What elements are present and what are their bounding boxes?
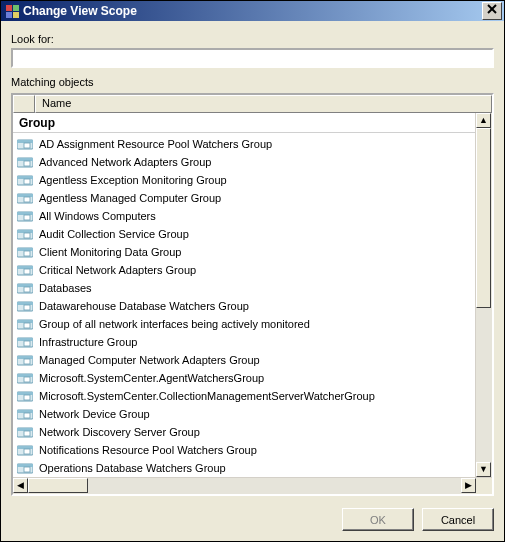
- list-item[interactable]: Critical Network Adapters Group: [13, 261, 475, 279]
- svg-rect-25: [24, 269, 30, 274]
- group-icon: [17, 156, 33, 168]
- svg-rect-15: [17, 212, 33, 215]
- group-icon: [17, 210, 33, 222]
- svg-rect-18: [17, 230, 33, 233]
- list-item[interactable]: Managed Computer Network Adapters Group: [13, 351, 475, 369]
- svg-rect-37: [24, 341, 30, 346]
- svg-rect-40: [24, 359, 30, 364]
- group-icon: [17, 390, 33, 402]
- list-item-label: Critical Network Adapters Group: [39, 264, 196, 276]
- group-icon: [17, 426, 33, 438]
- group-icon: [17, 462, 33, 474]
- svg-rect-42: [17, 374, 33, 377]
- list-item-label: Notifications Resource Pool Watchers Gro…: [39, 444, 257, 456]
- vertical-scrollbar[interactable]: ▲ ▼: [475, 113, 492, 477]
- list-item[interactable]: Agentless Exception Monitoring Group: [13, 171, 475, 189]
- close-button[interactable]: [482, 2, 502, 20]
- scroll-up-button[interactable]: ▲: [476, 113, 491, 128]
- scroll-left-button[interactable]: ◀: [13, 478, 28, 493]
- name-column-header[interactable]: Name: [35, 95, 492, 113]
- scroll-thumb-horizontal[interactable]: [28, 478, 88, 493]
- svg-rect-57: [17, 464, 33, 467]
- look-for-label: Look for:: [11, 33, 494, 45]
- svg-rect-13: [24, 197, 30, 202]
- group-icon: [17, 246, 33, 258]
- list-item[interactable]: All Windows Computers: [13, 207, 475, 225]
- svg-rect-12: [17, 194, 33, 197]
- list-item[interactable]: Group of all network interfaces being ac…: [13, 315, 475, 333]
- list-item[interactable]: AD Assignment Resource Pool Watchers Gro…: [13, 135, 475, 153]
- list-view[interactable]: Name Group AD Assignment Resource Pool W…: [11, 93, 494, 496]
- list-item-label: Agentless Exception Monitoring Group: [39, 174, 227, 186]
- horizontal-scrollbar[interactable]: ◀ ▶: [13, 477, 492, 494]
- svg-rect-39: [17, 356, 33, 359]
- scrollbar-corner: [476, 478, 492, 494]
- list-item[interactable]: Network Device Group: [13, 405, 475, 423]
- list-item-label: Network Discovery Server Group: [39, 426, 200, 438]
- list-item[interactable]: Network Discovery Server Group: [13, 423, 475, 441]
- scroll-down-button[interactable]: ▼: [476, 462, 491, 477]
- matching-objects-label: Matching objects: [11, 76, 494, 88]
- ok-button[interactable]: OK: [342, 508, 414, 531]
- group-icon: [17, 444, 33, 456]
- list-item[interactable]: Agentless Managed Computer Group: [13, 189, 475, 207]
- svg-rect-33: [17, 320, 33, 323]
- list-item-label: Client Monitoring Data Group: [39, 246, 181, 258]
- group-icon: [17, 264, 33, 276]
- list-item[interactable]: Datawarehouse Database Watchers Group: [13, 297, 475, 315]
- svg-rect-21: [17, 248, 33, 251]
- svg-rect-46: [24, 395, 30, 400]
- list-item[interactable]: Microsoft.SystemCenter.AgentWatchersGrou…: [13, 369, 475, 387]
- group-icon: [17, 300, 33, 312]
- svg-rect-31: [24, 305, 30, 310]
- group-icon: [17, 282, 33, 294]
- svg-rect-54: [17, 446, 33, 449]
- list-item-label: Network Device Group: [39, 408, 150, 420]
- svg-rect-30: [17, 302, 33, 305]
- list-item-label: Microsoft.SystemCenter.CollectionManagem…: [39, 390, 375, 402]
- list-item-label: All Windows Computers: [39, 210, 156, 222]
- svg-rect-7: [24, 161, 30, 166]
- icon-column-header[interactable]: [13, 95, 35, 113]
- title-bar[interactable]: Change View Scope: [1, 1, 504, 21]
- svg-rect-9: [17, 176, 33, 179]
- group-icon: [17, 174, 33, 186]
- svg-rect-49: [24, 413, 30, 418]
- dialog-content: Look for: Matching objects Name Group AD…: [1, 21, 504, 541]
- list-item-label: Managed Computer Network Adapters Group: [39, 354, 260, 366]
- scroll-thumb-vertical[interactable]: [476, 128, 491, 308]
- svg-rect-51: [17, 428, 33, 431]
- list-body[interactable]: Group AD Assignment Resource Pool Watche…: [13, 113, 475, 477]
- list-item-label: AD Assignment Resource Pool Watchers Gro…: [39, 138, 272, 150]
- svg-rect-52: [24, 431, 30, 436]
- look-for-input[interactable]: [11, 48, 494, 68]
- list-item[interactable]: Audit Collection Service Group: [13, 225, 475, 243]
- list-item[interactable]: Notifications Resource Pool Watchers Gro…: [13, 441, 475, 459]
- svg-rect-58: [24, 467, 30, 472]
- list-item-label: Infrastructure Group: [39, 336, 137, 348]
- svg-rect-45: [17, 392, 33, 395]
- svg-rect-48: [17, 410, 33, 413]
- group-icon: [17, 228, 33, 240]
- list-item-label: Operations Database Watchers Group: [39, 462, 226, 474]
- list-item[interactable]: Operations Database Watchers Group: [13, 459, 475, 477]
- group-icon: [17, 318, 33, 330]
- list-item[interactable]: Advanced Network Adapters Group: [13, 153, 475, 171]
- list-item[interactable]: Infrastructure Group: [13, 333, 475, 351]
- svg-rect-22: [24, 251, 30, 256]
- list-item[interactable]: Client Monitoring Data Group: [13, 243, 475, 261]
- svg-rect-6: [17, 158, 33, 161]
- scroll-right-button[interactable]: ▶: [461, 478, 476, 493]
- list-item-label: Audit Collection Service Group: [39, 228, 189, 240]
- svg-rect-27: [17, 284, 33, 287]
- list-item-label: Group of all network interfaces being ac…: [39, 318, 310, 330]
- svg-rect-34: [24, 323, 30, 328]
- svg-rect-10: [24, 179, 30, 184]
- close-icon: [487, 4, 497, 14]
- list-item-label: Databases: [39, 282, 92, 294]
- cancel-button[interactable]: Cancel: [422, 508, 494, 531]
- list-item[interactable]: Databases: [13, 279, 475, 297]
- change-view-scope-window: Change View Scope Look for: Matching obj…: [0, 0, 505, 542]
- svg-rect-55: [24, 449, 30, 454]
- list-item[interactable]: Microsoft.SystemCenter.CollectionManagem…: [13, 387, 475, 405]
